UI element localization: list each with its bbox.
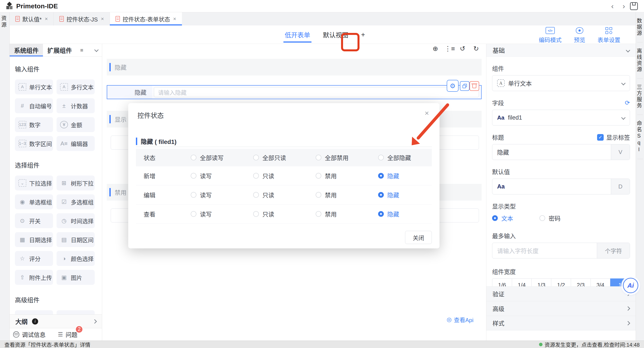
palette-item-机构选择[interactable]: ⊥机构选择 [56, 310, 95, 314]
option-新增-禁用[interactable]: 禁用 [307, 172, 369, 180]
component-settings-button[interactable]: ⚙ [447, 80, 458, 92]
radio-icon[interactable] [253, 173, 259, 179]
option-编辑-隐藏[interactable]: 隐藏 [369, 191, 432, 199]
radio-icon[interactable] [378, 211, 384, 217]
sync-icon[interactable]: ⟳ [625, 99, 630, 106]
palette-item-单选框组[interactable]: ◉单选框组 [15, 194, 53, 209]
palette-item-人员选择[interactable]: ○人员选择 [15, 310, 53, 314]
max-input-field[interactable]: 请输入字符长度 [492, 246, 597, 255]
radio-icon[interactable] [191, 155, 196, 160]
component-delete-button[interactable] [470, 81, 479, 91]
display-type-密码[interactable]: 密码 [540, 214, 560, 222]
nav-back-icon[interactable]: ‹ [608, 2, 617, 10]
palette-item-附件上传[interactable]: ⇧附件上传 [15, 270, 53, 285]
title-addon-button[interactable]: V [611, 144, 630, 160]
field-select[interactable]: Aa filed1 [492, 110, 630, 126]
palette-item-树形下拉[interactable]: ⊞树形下拉 [56, 176, 95, 190]
save-icon[interactable] [630, 2, 638, 10]
radio-icon[interactable] [191, 173, 196, 179]
palette-item-多行文本[interactable]: A多行文本 [56, 79, 95, 94]
modal-close-button[interactable]: 关闭 [405, 231, 432, 244]
radio-icon[interactable] [191, 192, 196, 198]
header-action-编码模式[interactable]: </>编码模式 [539, 27, 562, 44]
nav-forward-icon[interactable]: › [619, 2, 629, 10]
palette-tab[interactable]: 扩展组件 [43, 44, 76, 56]
outline-bar[interactable]: 大纲 i [10, 314, 102, 328]
radio-icon[interactable] [253, 155, 259, 160]
palette-item-时间选择[interactable]: ◷时间选择 [56, 213, 95, 228]
radio-icon[interactable] [253, 211, 259, 217]
palette-item-计数器[interactable]: ±计数器 [56, 98, 95, 113]
header-option-全部只读[interactable]: 全部只读 [244, 153, 307, 162]
display-type-文本[interactable]: 文本 [492, 214, 513, 222]
palette-item-数字区间[interactable]: 1~3数字区间 [15, 136, 53, 151]
radio-icon[interactable] [378, 192, 384, 198]
option-新增-只读[interactable]: 只读 [244, 172, 307, 180]
problems-button[interactable]: ☰ 问题 2 [58, 330, 78, 339]
close-icon[interactable]: × [424, 109, 429, 117]
option-新增-隐藏[interactable]: 隐藏 [369, 172, 432, 180]
radio-icon[interactable] [253, 192, 259, 198]
palette-item-数字[interactable]: 123数字 [15, 117, 53, 132]
radio-icon[interactable] [540, 215, 545, 221]
palette-item-下拉选择[interactable]: ⌄下拉选择 [15, 176, 53, 190]
option-查看-只读[interactable]: 只读 [244, 210, 307, 218]
add-view-button[interactable]: + [361, 31, 365, 39]
file-tab[interactable]: 默认值*× [10, 12, 54, 26]
option-查看-禁用[interactable]: 禁用 [307, 210, 369, 218]
palette-item-金额[interactable]: ¥金额 [56, 117, 95, 132]
header-option-全部读写[interactable]: 全部读写 [182, 153, 244, 162]
view-tab[interactable]: 低开表单 [285, 26, 310, 44]
radio-icon[interactable] [316, 173, 321, 179]
close-icon[interactable]: × [45, 16, 48, 22]
option-新增-读写[interactable]: 读写 [182, 172, 244, 180]
close-icon[interactable]: × [173, 16, 176, 22]
palette-item-编辑器[interactable]: A≡编辑器 [56, 136, 95, 151]
section-style[interactable]: 样式 [486, 316, 636, 330]
palette-item-颜色选择[interactable]: ◑颜色选择 [56, 251, 95, 266]
file-tab[interactable]: 控件状态-表单状态× [110, 12, 182, 26]
palette-item-评分[interactable]: ☆评分 [15, 251, 53, 266]
palette-item-开关[interactable]: ⊙开关 [15, 213, 53, 228]
default-value-input[interactable]: Aa [492, 183, 611, 190]
undo-icon[interactable]: ↺ [458, 45, 467, 53]
default-addon-button[interactable]: D [611, 179, 630, 194]
ai-assistant-button[interactable]: Ai [623, 278, 638, 293]
debug-info-button[interactable]: 调试信息 [13, 330, 46, 339]
inspector-section-basic[interactable]: 基础 [486, 44, 636, 57]
header-action-表单设置[interactable]: 表单设置 [598, 27, 620, 44]
show-label-checkbox[interactable]: ✓ 显示标签 [597, 133, 630, 142]
option-查看-隐藏[interactable]: 隐藏 [369, 210, 432, 218]
section-advanced[interactable]: 高级 [486, 301, 636, 316]
palette-item-日期区间[interactable]: ▤日期区间 [56, 232, 95, 247]
title-input[interactable]: 隐藏 [492, 148, 611, 156]
header-option-全部隐藏[interactable]: 全部隐藏 [369, 153, 432, 162]
radio-icon[interactable] [316, 192, 321, 198]
globe-icon[interactable]: ⊕ [431, 45, 440, 53]
radio-icon[interactable] [492, 215, 498, 221]
header-option-全部禁用[interactable]: 全部禁用 [307, 153, 369, 162]
group-header-hidden[interactable]: 隐藏 [107, 59, 482, 76]
rail-tab-命名Sql[interactable]: 命名Sql [637, 115, 643, 159]
option-编辑-只读[interactable]: 只读 [244, 191, 307, 199]
radio-icon[interactable] [316, 211, 321, 217]
palette-tab[interactable]: 系统组件 [10, 44, 43, 56]
palette-item-多选框组[interactable]: ☑多选框组 [56, 194, 95, 209]
palette-item-日期选择[interactable]: ▦日期选择 [15, 232, 53, 247]
radio-icon[interactable] [316, 155, 321, 160]
radio-icon[interactable] [191, 211, 196, 217]
palette-item-单行文本[interactable]: A单行文本 [15, 79, 53, 94]
component-copy-button[interactable] [460, 81, 470, 91]
rail-tab-数据源[interactable]: 数据源 [637, 12, 643, 42]
rail-tab-三方服务[interactable]: 三方服务 [637, 79, 643, 115]
close-icon[interactable]: × [101, 16, 104, 22]
view-api-link[interactable]: ◎ 查看Api [447, 315, 474, 324]
palette-list-icon[interactable]: ≡ [80, 47, 83, 53]
view-tab[interactable]: 默认视图 [323, 26, 348, 44]
option-查看-读写[interactable]: 读写 [182, 210, 244, 218]
palette-item-自动编号[interactable]: #自动编号 [15, 98, 53, 113]
header-action-预览[interactable]: 预览 [574, 27, 585, 44]
radio-icon[interactable] [378, 155, 384, 160]
outline-config-icon[interactable]: ⋮≡ [444, 45, 453, 53]
radio-icon[interactable] [378, 173, 384, 179]
